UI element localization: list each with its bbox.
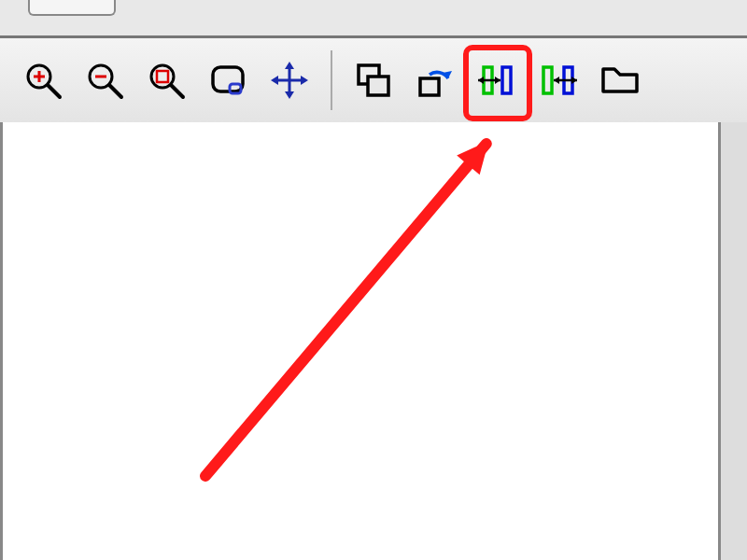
dimension-alt-icon <box>538 60 579 101</box>
svg-line-1 <box>48 85 60 97</box>
zoom-extents-button[interactable] <box>202 54 254 106</box>
svg-marker-16 <box>271 76 278 85</box>
svg-marker-15 <box>285 91 294 99</box>
zoom-window-icon <box>146 60 187 101</box>
zoom-extents-icon <box>207 60 248 101</box>
svg-line-9 <box>171 85 183 97</box>
pan-move-icon <box>269 60 310 101</box>
align-dimension-alt-button[interactable] <box>532 54 585 106</box>
zoom-out-button[interactable] <box>78 54 131 106</box>
zoom-out-icon <box>84 60 125 101</box>
svg-marker-14 <box>285 62 294 69</box>
dimension-icon <box>476 60 517 101</box>
svg-line-5 <box>109 85 121 97</box>
insert-block-button[interactable] <box>347 54 400 106</box>
pan-button[interactable] <box>263 54 316 106</box>
svg-marker-25 <box>495 77 500 84</box>
svg-rect-23 <box>502 67 511 93</box>
svg-rect-27 <box>543 67 552 93</box>
align-dimension-button[interactable] <box>471 54 523 106</box>
rotate-icon <box>415 60 456 101</box>
canvas-area[interactable] <box>0 122 721 560</box>
folder-button[interactable] <box>594 54 646 106</box>
toolbar <box>0 35 747 125</box>
svg-marker-31 <box>571 77 577 84</box>
window-tab-fragment <box>28 0 116 16</box>
right-gutter <box>721 122 747 560</box>
svg-rect-19 <box>368 77 388 95</box>
svg-marker-26 <box>478 77 484 84</box>
toolbar-separator <box>331 50 332 110</box>
svg-rect-10 <box>213 67 243 91</box>
svg-marker-30 <box>554 77 559 84</box>
zoom-in-icon <box>22 60 63 101</box>
svg-rect-8 <box>157 71 168 82</box>
folder-icon <box>599 60 641 101</box>
zoom-in-button[interactable] <box>17 54 69 106</box>
svg-rect-20 <box>420 78 439 95</box>
overlap-squares-icon <box>353 60 394 101</box>
zoom-window-button[interactable] <box>140 54 192 106</box>
svg-marker-17 <box>301 76 308 85</box>
rotate-block-button[interactable] <box>409 54 461 106</box>
